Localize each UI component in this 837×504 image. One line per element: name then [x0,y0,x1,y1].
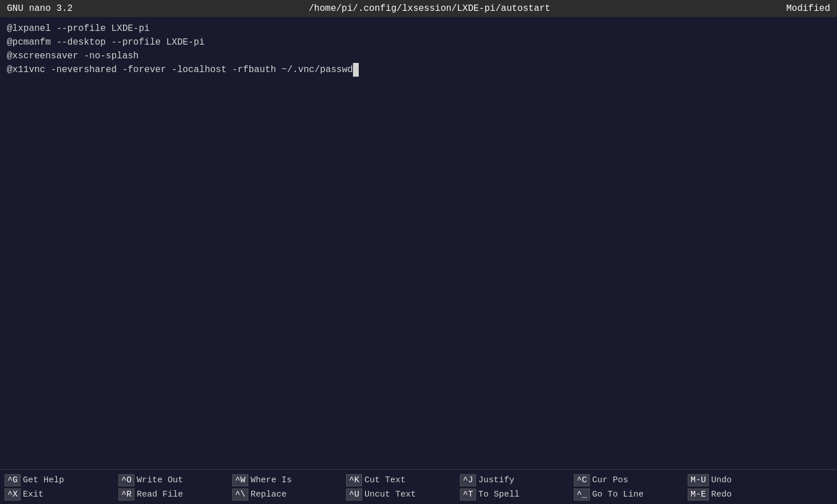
shortcut-item[interactable]: M-ERedo [688,489,799,501]
shortcut-row-1: ^GGet Help^OWrite Out^WWhere Is^KCut Tex… [0,473,837,487]
shortcut-item[interactable]: ^JJustify [460,474,572,486]
shortcut-item[interactable]: ^TTo Spell [460,489,572,501]
file-path: /home/pi/.config/lxsession/LXDE-pi/autos… [308,3,550,14]
shortcut-key: ^X [5,489,21,501]
editor-line-3: @xscreensaver -no-splash [7,49,830,63]
shortcut-item[interactable]: ^OWrite Out [118,474,230,486]
shortcut-row-2: ^XExit^RRead File^\Replace^UUncut Text^T… [0,487,837,502]
shortcut-label: Where Is [251,475,292,485]
editor-line-1: @lxpanel --profile LXDE-pi [7,22,830,35]
shortcut-label: Replace [251,490,287,499]
shortcut-label: Redo [711,490,732,499]
shortcut-item[interactable]: ^XExit [5,489,116,501]
shortcut-item[interactable]: M-UUndo [688,474,799,486]
shortcut-key: ^O [118,474,134,486]
shortcut-label: Undo [711,475,732,485]
shortcut-item[interactable]: ^RRead File [118,489,230,501]
modified-status: Modified [786,3,830,14]
shortcut-label: Justify [478,475,514,485]
footer-shortcuts: ^GGet Help^OWrite Out^WWhere Is^KCut Tex… [0,469,837,504]
header-bar: GNU nano 3.2 /home/pi/.config/lxsession/… [0,0,837,17]
editor-line-4: @x11vnc -nevershared -forever -localhost… [7,63,830,77]
shortcut-key: ^U [346,489,362,501]
shortcut-key: ^W [232,474,248,486]
shortcut-key: ^K [346,474,362,486]
shortcut-label: Read File [137,490,183,499]
shortcut-item[interactable]: ^CCur Pos [574,474,685,486]
shortcut-label: Go To Line [592,490,644,499]
shortcut-label: Get Help [23,475,64,485]
shortcut-label: Write Out [137,475,183,485]
shortcut-item[interactable]: ^KCut Text [346,474,458,486]
shortcut-item[interactable]: ^UUncut Text [346,489,458,501]
shortcut-item[interactable]: ^WWhere Is [232,474,344,486]
shortcut-label: Exit [23,490,43,499]
editor-content[interactable]: @lxpanel --profile LXDE-pi @pcmanfm --de… [0,17,837,469]
shortcut-key: ^R [118,489,134,501]
shortcut-item[interactable]: ^\Replace [232,489,344,501]
shortcut-key: ^G [5,474,21,486]
shortcut-item[interactable]: ^_Go To Line [574,489,685,501]
editor-line-2: @pcmanfm --desktop --profile LXDE-pi [7,35,830,49]
shortcut-label: Cur Pos [592,475,628,485]
shortcut-label: Cut Text [364,475,406,485]
shortcut-label: Uncut Text [364,490,416,499]
app-name: GNU nano 3.2 [7,3,73,14]
text-cursor [353,63,359,77]
shortcut-key: M-U [688,474,709,486]
shortcut-key: ^_ [574,489,590,501]
shortcut-key: ^T [460,489,476,501]
shortcut-key: M-E [688,489,709,501]
shortcut-key: ^C [574,474,590,486]
shortcut-item[interactable]: ^GGet Help [5,474,116,486]
shortcut-key: ^J [460,474,476,486]
shortcut-label: To Spell [478,490,519,499]
shortcut-key: ^\ [232,489,248,501]
